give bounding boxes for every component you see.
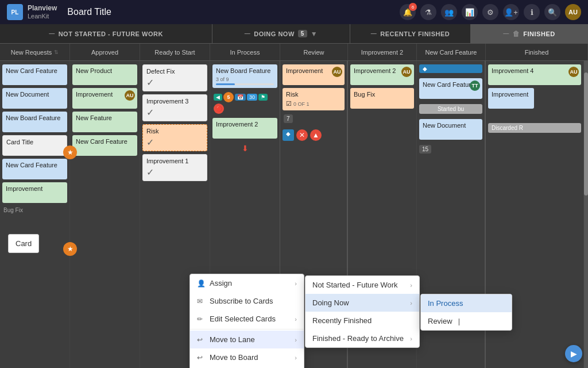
card-rs2[interactable]: Improvement 3 ✓ — [142, 94, 207, 121]
action-icon-diamond1[interactable]: ◆ — [283, 129, 294, 141]
info-button[interactable]: ℹ — [524, 4, 540, 20]
col-header-in-process: In Process — [210, 44, 280, 60]
menu-item-edit[interactable]: ✏ Edit Selected Cards › — [190, 310, 304, 328]
assign-arrow: › — [295, 280, 297, 287]
ncf-count-badge: 15 — [419, 145, 431, 154]
card-fn1-title: Improvement 4 — [492, 67, 578, 74]
submenu-in-process[interactable]: In Process — [421, 294, 512, 312]
card-ap1[interactable]: New Product — [72, 64, 137, 85]
user-settings-button[interactable]: 👥 — [441, 4, 457, 20]
search-button[interactable]: 🔍 — [544, 4, 560, 20]
card-rv1-avatar: AU — [332, 67, 342, 77]
card-ip2[interactable]: Improvement 2 — [212, 118, 277, 139]
delete-finished-icon[interactable]: 🗑 — [513, 30, 520, 38]
card-i2c1[interactable]: Improvement 2 AU — [350, 64, 414, 85]
card-ap3-title: New Feature — [76, 114, 134, 121]
card-rs4[interactable]: Improvement 1 ✓ — [142, 154, 207, 181]
card-ip1[interactable]: New Board Feature 3 of 9 — [212, 64, 277, 88]
board-content: New Card Feature New Document New Board … — [0, 61, 588, 368]
submenu-recently-finished-label: Recently Finished — [312, 316, 372, 325]
collapse-not-started[interactable]: — — [49, 30, 55, 37]
submenu-recently-finished[interactable]: Recently Finished — [305, 312, 419, 329]
col-approved-label: Approved — [91, 49, 118, 56]
doing-now-chevron[interactable]: ▼ — [311, 30, 318, 38]
submenu-not-started[interactable]: Not Started - Future Work › — [305, 276, 419, 294]
card-rv1[interactable]: Improvement AU — [283, 64, 345, 85]
card-rs1-title: Defect Fix — [146, 68, 203, 75]
menu-item-assign[interactable]: 👤 Assign › — [190, 274, 304, 292]
submenu-finished-archive-arrow: › — [410, 335, 412, 342]
submenu-review[interactable]: Review | — [421, 312, 512, 330]
add-user-button[interactable]: 👤+ — [503, 4, 519, 20]
menu-item-move-to-lane[interactable]: ↩ Move to Lane › Not Started - Future Wo… — [190, 331, 304, 348]
col-header-approved: Approved — [70, 44, 140, 60]
submenu-review-label: Review — [428, 317, 452, 325]
notification-badge: 6 — [409, 3, 417, 11]
card-fn1[interactable]: Improvement 4 AU — [488, 64, 581, 85]
board-container: — NOT STARTED - FUTURE WORK — DOING NOW … — [0, 24, 588, 368]
col-finished-label: Finished — [525, 49, 549, 56]
card-nr3[interactable]: New Board Feature — [2, 112, 67, 132]
review-action-icons: ◆ ✕ ▲ — [283, 127, 345, 143]
scroll-indicator-down: ⬇ — [212, 144, 277, 153]
card-rs4-check: ✓ — [146, 167, 203, 178]
col-ready-label: Ready to Start — [154, 49, 195, 56]
card-ncfc2-title: New Document — [423, 122, 479, 129]
context-menu: 👤 Assign › ✉ Subscribe to Cards ✏ Edit S… — [189, 274, 304, 368]
settings-button[interactable]: ⚙ — [482, 4, 498, 20]
card-rv2[interactable]: Risk ☑ 0 OF 1 — [283, 88, 345, 110]
card-ip1-progress-fill — [216, 83, 235, 85]
top-nav: PL Planview LeanKit Board Title 🔔 6 ⚗ 👥 … — [0, 0, 588, 24]
submenu-doing-now[interactable]: Doing Now › In Process Review | — [305, 294, 419, 312]
move-to-board-arrow: › — [295, 354, 297, 361]
swimlane-not-started-label: NOT STARTED - FUTURE WORK — [59, 30, 163, 37]
notifications-button[interactable]: 🔔 6 — [400, 4, 416, 20]
edit-icon: ✏ — [197, 315, 205, 323]
card-nr3-title: New Board Feature — [6, 114, 64, 121]
collapse-recently-finished[interactable]: — — [371, 30, 377, 37]
menu-item-move-to-board[interactable]: ↩ Move to Board › — [190, 348, 304, 366]
swimlane-finished: — 🗑 FINISHED — [471, 24, 588, 43]
card-ncfc1[interactable]: New Card Feature TT — [419, 78, 482, 99]
card-ncfc2[interactable]: New Document — [419, 119, 482, 140]
card-rs4-title: Improvement 1 — [146, 158, 203, 164]
col-new-card-feature-label: New Card Feature — [425, 49, 477, 56]
card-ap4[interactable]: New Card Feature — [72, 135, 137, 156]
card-nr5[interactable]: New Card Feature — [2, 159, 67, 179]
swimlane-doing-now: — DOING NOW 5 ▼ — [212, 24, 350, 43]
move-to-lane-arrow: › — [295, 336, 297, 343]
col-header-new-card-feature: New Card Feature — [417, 44, 486, 60]
collapse-finished[interactable]: — — [503, 30, 509, 37]
card-rs1[interactable]: Defect Fix ✓ — [142, 64, 207, 91]
menu-item-subscribe[interactable]: ✉ Subscribe to Cards — [190, 292, 304, 310]
menu-subscribe-label: Subscribe to Cards — [210, 297, 273, 305]
card-fn2[interactable]: Improvement — [488, 88, 534, 109]
right-scrollbar[interactable] — [583, 61, 588, 368]
card-nr4-title: Card Title — [6, 139, 63, 145]
card-nr1[interactable]: New Card Feature — [2, 64, 67, 85]
menu-divider-1 — [190, 329, 304, 329]
card-nr6[interactable]: Improvement — [2, 182, 67, 203]
action-icon-x[interactable]: ✕ — [296, 129, 308, 141]
action-icon-up[interactable]: ▲ — [310, 129, 322, 141]
column-headers: New Requests ⇅ Approved Ready to Start I… — [0, 44, 588, 61]
card-ip1-progress-text: 3 of 9 — [216, 76, 229, 82]
submenu-finished-archive-label: Finished - Ready to Archive — [312, 334, 404, 343]
card-ap3[interactable]: New Feature — [72, 112, 137, 132]
card-i2c2[interactable]: Bug Fix — [350, 88, 414, 109]
collapse-doing-now[interactable]: — — [245, 30, 251, 37]
submenu-finished-archive[interactable]: Finished - Ready to Archive › — [305, 329, 419, 347]
scroll-forward-button[interactable]: ▶ — [565, 345, 582, 362]
nav-brand: Planview LeanKit — [28, 4, 57, 20]
card-nr4[interactable]: Card Title — [2, 135, 67, 156]
scroll-forward-icon: ▶ — [571, 349, 577, 358]
chart-button[interactable]: 📊 — [462, 4, 478, 20]
card-rs3[interactable]: Risk ✓ — [142, 124, 207, 151]
filter-button[interactable]: ⚗ — [420, 4, 436, 20]
card-nr2[interactable]: New Document — [2, 88, 67, 109]
swimlane-finished-label: FINISHED — [523, 30, 555, 37]
sort-new-requests[interactable]: ⇅ — [54, 49, 59, 55]
user-avatar[interactable]: AU — [565, 4, 581, 20]
card-ap2[interactable]: Improvement AU — [72, 88, 137, 109]
gear-icon: ⚙ — [487, 8, 494, 17]
